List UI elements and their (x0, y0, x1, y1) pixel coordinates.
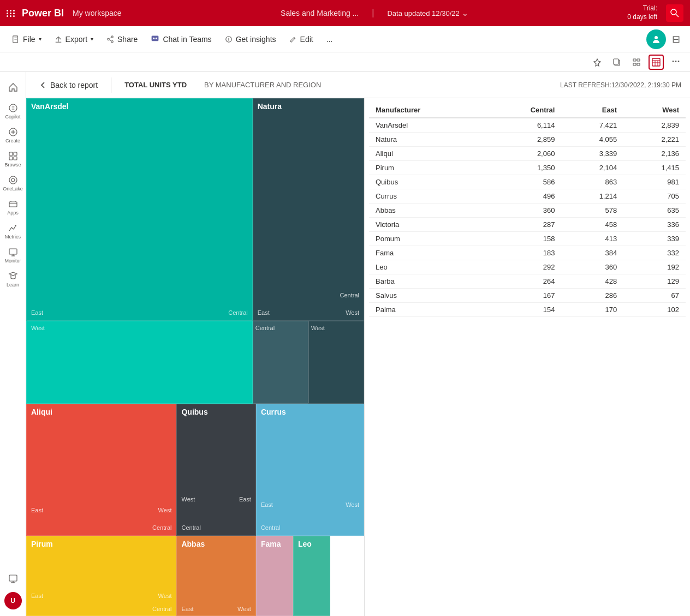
chat-teams-button[interactable]: Chat in Teams (145, 32, 217, 47)
svg-rect-35 (9, 152, 13, 156)
svg-line-10 (109, 37, 111, 39)
treemap-sublabel: West (158, 593, 172, 599)
table-cell-13-2: 170 (561, 303, 623, 317)
treemap-sublabel: West (346, 501, 359, 508)
sidebar-item-metrics[interactable]: Metrics (2, 220, 24, 242)
table-cell-4-3: 981 (623, 175, 686, 189)
table-cell-11-0: Barba (369, 274, 486, 289)
sidebar-create-label: Create (5, 138, 20, 143)
svg-rect-48 (9, 575, 17, 581)
treemap-block-vanarsdel[interactable]: VanArsdelEastCentral (26, 98, 253, 321)
app-grid-icon[interactable] (7, 10, 13, 17)
sidebar-item-apps[interactable]: Apps (2, 196, 24, 218)
table-cell-10-2: 360 (561, 260, 623, 274)
table-cell-6-2: 578 (561, 204, 623, 218)
treemap-sublabel: Central (261, 524, 280, 531)
table-cell-10-1: 292 (486, 260, 561, 274)
export-button[interactable]: Export ▾ (49, 32, 99, 47)
table-cell-7-2: 458 (561, 218, 623, 232)
treemap-sublabel: East (31, 593, 43, 599)
table-cell-9-3: 332 (623, 246, 686, 260)
focus-icon-button[interactable] (629, 55, 644, 70)
table-row: Pomum158413339 (369, 232, 686, 246)
table-cell-9-1: 183 (486, 246, 561, 260)
sidebar-item-copilot[interactable]: Copilot (2, 100, 24, 122)
svg-rect-22 (633, 59, 636, 61)
treemap-block-unnamed[interactable]: Central (253, 321, 308, 404)
pin-icon-button[interactable] (590, 55, 605, 70)
svg-point-19 (655, 36, 658, 39)
treemap-block-quibus[interactable]: QuibusWestEastCentral (176, 404, 255, 536)
sidebar-item-browse[interactable]: Browse (2, 148, 24, 170)
export-chevron: ▾ (91, 36, 93, 42)
treemap-block-abbas[interactable]: AbbasEastWest (176, 536, 255, 616)
share-button[interactable]: Share (101, 32, 143, 47)
treemap-sublabel: West (31, 325, 45, 331)
col-header-manufacturer: Manufacturer (369, 103, 486, 118)
trial-info: Trial: 0 days left (627, 4, 657, 21)
data-table-container: Manufacturer Central East West VanArsdel… (365, 98, 690, 616)
last-refresh-label: LAST REFRESH:12/30/2022, 2:19:30 PM (560, 81, 681, 89)
svg-rect-12 (152, 35, 159, 41)
sidebar-bottom-icon[interactable] (2, 568, 24, 590)
panel-toggle-button[interactable]: ⊟ (668, 32, 683, 47)
file-button[interactable]: File ▾ (7, 32, 47, 47)
table-cell-12-2: 286 (561, 289, 623, 303)
table-cell-11-1: 264 (486, 274, 561, 289)
back-to-report-button[interactable]: Back to report (35, 79, 102, 92)
sidebar-learn-label: Learn (7, 282, 19, 288)
user-avatar[interactable] (646, 29, 666, 49)
svg-rect-41 (9, 202, 17, 207)
treemap-block-pirum[interactable]: PirumEastWestCentral (26, 536, 176, 616)
svg-point-14 (156, 37, 157, 39)
treemap-block-fama[interactable]: Fama (256, 536, 293, 616)
table-cell-11-3: 129 (623, 274, 686, 289)
user-avatar-sidebar[interactable]: U (4, 592, 22, 609)
table-row: Pirum1,3502,1041,415 (369, 161, 686, 175)
table-cell-3-2: 2,104 (561, 161, 623, 175)
app-logo: Power BI (22, 8, 64, 19)
table-cell-5-3: 705 (623, 189, 686, 204)
svg-point-9 (108, 38, 110, 40)
title-separator: | (372, 8, 374, 18)
workspace-label[interactable]: My workspace (73, 9, 121, 17)
tab-by-manufacturer[interactable]: BY MANUFACTURER AND REGION (200, 79, 325, 91)
treemap-container[interactable]: VanArsdelEastCentralNaturaEastCentralWes… (26, 98, 365, 616)
search-button[interactable] (666, 4, 683, 22)
sidebar-item-learn[interactable]: Learn (2, 268, 24, 290)
treemap-block-leo[interactable]: Leo (293, 536, 330, 616)
treemap-sublabel: East (239, 496, 251, 503)
table-view-icon-button[interactable] (649, 55, 664, 70)
breadcrumb-divider (111, 77, 111, 93)
treemap-sublabel: West (311, 325, 325, 331)
treemap-label-vanarsdel: VanArsdel (31, 102, 68, 111)
table-cell-8-0: Pomum (369, 232, 486, 246)
treemap-layout: VanArsdelEastCentralNaturaEastCentralWes… (26, 98, 364, 616)
table-cell-8-2: 413 (561, 232, 623, 246)
sidebar-item-create[interactable]: Create (2, 124, 24, 146)
refresh-label[interactable]: Data updated 12/30/22 ⌄ (387, 9, 468, 17)
table-cell-2-3: 2,136 (623, 147, 686, 161)
treemap-block-aliqui[interactable]: AliquiEastWestCentral (26, 404, 176, 536)
copy-icon-button[interactable] (609, 55, 624, 70)
treemap-block-unnamed[interactable]: West (308, 321, 364, 404)
treemap-block-currus[interactable]: CurrusEastWestCentral (256, 404, 364, 536)
sidebar-item-home[interactable] (2, 76, 24, 98)
tab-total-units[interactable]: TOTAL UNITS YTD (120, 79, 191, 91)
table-row: Salvus16728667 (369, 289, 686, 303)
edit-label: Edit (300, 35, 313, 44)
table-cell-7-0: Victoria (369, 218, 486, 232)
sidebar-item-onelake[interactable]: OneLake (2, 172, 24, 194)
more-options-icon-button[interactable]: ··· (668, 55, 683, 70)
get-insights-button[interactable]: Get insights (219, 32, 282, 47)
sidebar-item-monitor[interactable]: Monitor (2, 244, 24, 266)
svg-point-17 (228, 40, 229, 40)
table-row: Fama183384332 (369, 246, 686, 260)
treemap-block-unnamed[interactable]: West (26, 321, 253, 404)
more-button[interactable]: ... (321, 32, 338, 47)
back-to-report-label: Back to report (50, 81, 98, 89)
table-cell-12-1: 167 (486, 289, 561, 303)
edit-button[interactable]: Edit (284, 32, 319, 47)
treemap-block-natura[interactable]: NaturaEastCentralWest (253, 98, 364, 321)
table-cell-0-3: 2,839 (623, 118, 686, 133)
